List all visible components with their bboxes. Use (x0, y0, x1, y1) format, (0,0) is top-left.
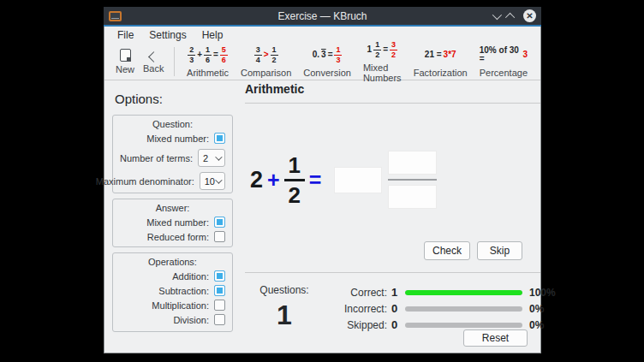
arithmetic-formula-icon: 23 + 16 = 56 (188, 45, 228, 64)
max-denominator-select[interactable]: 10 (200, 172, 225, 190)
questions-label: Questions: (257, 284, 312, 296)
reduced-form-label: Reduced form: (147, 232, 209, 242)
questions-block: Questions: 1 (257, 284, 312, 331)
answer-numerator-input[interactable] (388, 151, 437, 175)
reset-button[interactable]: Reset (463, 329, 528, 347)
multiplication-checkbox[interactable] (214, 300, 225, 311)
incorrect-row: Incorrect: 0 0% (320, 300, 556, 317)
percentage-formula-icon: 10% of 30 = 3 (480, 45, 528, 64)
operations-group: Operations: Addition: Subtraction: Multi… (112, 252, 233, 332)
toolbar-separator (174, 47, 175, 76)
mode-conversion-button[interactable]: 0.3 = 13 Conversion (297, 44, 357, 80)
check-button[interactable]: Check (424, 241, 470, 260)
heading-separator (245, 103, 540, 104)
incorrect-progress-bar (405, 306, 522, 312)
exercise-task: 2 + 1 2 = (250, 151, 437, 209)
skipped-progress-bar (405, 323, 522, 328)
close-icon[interactable]: ✕ (523, 9, 536, 22)
menu-file[interactable]: File (110, 27, 141, 43)
mode-factorization-button[interactable]: 21 = 3*7 Factorization (408, 44, 474, 80)
mode-mixed-numbers-button[interactable]: 1 12 = 32 Mixed Numbers (357, 39, 408, 85)
options-heading: Options: (115, 92, 163, 106)
mode-comparison-button[interactable]: 34 > 12 Comparison (235, 44, 297, 80)
task-operator: + (267, 168, 280, 193)
correct-row: Correct: 1 100% (320, 284, 556, 300)
task-fraction: 1 2 (284, 154, 305, 206)
answer-mixed-number-checkbox[interactable] (214, 217, 225, 228)
task-equals: = (309, 168, 322, 193)
menu-settings[interactable]: Settings (141, 27, 194, 43)
mode-arithmetic-button[interactable]: 23 + 16 = 56 Arithmetic (181, 44, 235, 80)
division-label: Division: (173, 315, 209, 325)
factorization-formula-icon: 21 = 3*7 (425, 45, 456, 64)
stats-separator (245, 272, 540, 273)
answer-fraction-input (388, 151, 437, 209)
addition-checkbox[interactable] (214, 270, 225, 282)
correct-progress-bar (405, 290, 522, 295)
kbruch-window: Exercise — KBruch ✕ File Settings Help N… (104, 7, 541, 353)
menubar: File Settings Help (104, 27, 540, 44)
questions-count: 1 (257, 300, 312, 331)
addition-label: Addition: (172, 271, 209, 282)
answer-group: Answer: Mixed number: Reduced form: (112, 199, 233, 247)
menu-help[interactable]: Help (194, 27, 231, 43)
task-whole-number: 2 (250, 167, 263, 193)
answer-mixed-number-label: Mixed number: (146, 217, 209, 228)
number-of-terms-label: Number of terms: (120, 153, 193, 163)
fraction-line (388, 179, 437, 181)
chevron-down-icon (215, 153, 222, 160)
toolbar: New Back 23 + 16 = 56 Arithmetic 34 > 12… (104, 44, 540, 80)
chevron-down-icon (215, 176, 222, 183)
comparison-formula-icon: 34 > 12 (254, 45, 278, 64)
minimize-icon[interactable] (492, 9, 502, 19)
mixed-numbers-formula-icon: 1 12 = 32 (367, 40, 397, 59)
question-group: Question: Mixed number: Number of terms:… (112, 115, 233, 193)
titlebar[interactable]: Exercise — KBruch ✕ (104, 7, 541, 25)
answer-denominator-input[interactable] (388, 185, 437, 209)
maximize-icon[interactable] (505, 12, 515, 21)
conversion-formula-icon: 0.3 = 13 (313, 45, 343, 64)
subtraction-checkbox[interactable] (214, 285, 225, 296)
window-title: Exercise — KBruch (104, 10, 541, 22)
new-document-icon (120, 49, 131, 62)
back-button[interactable]: Back (139, 48, 168, 75)
multiplication-label: Multiplication: (152, 300, 209, 311)
division-checkbox[interactable] (214, 314, 225, 325)
skip-button[interactable]: Skip (477, 241, 522, 260)
new-button[interactable]: New (111, 47, 139, 76)
subtraction-label: Subtraction: (158, 286, 209, 296)
mode-percentage-button[interactable]: 10% of 30 = 3 Percentage (474, 44, 534, 80)
exercise-title: Arithmetic (245, 82, 304, 96)
max-denominator-label: Maximum denominator: (96, 176, 194, 187)
stat-rows: Correct: 1 100% Incorrect: 0 0% Skipped:… (320, 284, 556, 333)
number-of-terms-select[interactable]: 2 (198, 149, 225, 167)
question-mixed-number-checkbox[interactable] (214, 133, 225, 144)
answer-whole-number-input[interactable] (334, 167, 382, 193)
back-arrow-icon (148, 51, 159, 62)
mixed-number-label: Mixed number: (146, 134, 209, 144)
reduced-form-checkbox[interactable] (214, 231, 225, 242)
